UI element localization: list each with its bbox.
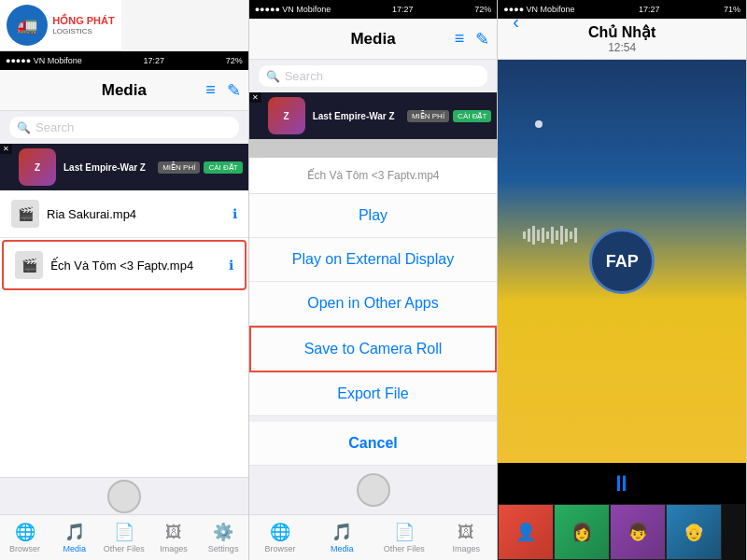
- file-name-1: Ria Sakurai.mp4: [47, 207, 225, 221]
- back-btn-3[interactable]: ‹: [513, 11, 519, 33]
- settings-icon-1: ⚙️: [213, 522, 233, 542]
- search-wrap-2[interactable]: 🔍 Search: [259, 65, 488, 87]
- video-controls[interactable]: ⏸: [498, 463, 746, 504]
- file-info-1[interactable]: ℹ: [233, 206, 237, 221]
- search-bar-2: 🔍 Search: [249, 60, 498, 92]
- status-bar-2: ●●●●● VN Mobifone 17:27 72%: [249, 0, 498, 19]
- status-bar-1: ●●●●● VN Mobifone 17:27 72%: [0, 51, 248, 70]
- ad-install-1[interactable]: CÀI ĐẶT: [204, 161, 242, 174]
- ad-close-2[interactable]: ✕: [249, 92, 261, 103]
- media-label-1: Media: [63, 544, 86, 553]
- tab-browser-1[interactable]: 🌐 Browser: [0, 522, 49, 553]
- action-btn-cancel[interactable]: Cancel: [249, 416, 498, 466]
- images-icon-1: 🖼: [165, 523, 182, 542]
- otherfiles-icon-1: 📄: [114, 522, 134, 542]
- logo-circle: 🚛: [7, 5, 48, 46]
- thumb-1[interactable]: 👤: [498, 504, 554, 560]
- status-left-1: ●●●●● VN Mobifone: [6, 56, 82, 65]
- thumb-2[interactable]: 👩: [554, 504, 610, 560]
- otherfiles-label-2: Other Files: [384, 544, 425, 553]
- otherfiles-icon-2: 📄: [394, 522, 415, 542]
- browser-icon-2: 🌐: [270, 522, 290, 542]
- logo-name: HỒNG PHÁT: [52, 15, 114, 27]
- ad-install-2[interactable]: CÀI ĐẶT: [453, 110, 491, 122]
- file-info-2[interactable]: ℹ: [229, 258, 233, 273]
- thumb-icon-1: 👤: [515, 522, 536, 542]
- ad-game-icon-2: Z: [268, 97, 305, 134]
- thumb-icon-2: 👩: [571, 522, 592, 542]
- search-icon-1: 🔍: [17, 121, 31, 134]
- logo-text: HỒNG PHÁT LOGISTICS: [52, 15, 114, 35]
- browser-icon-1: 🌐: [15, 522, 35, 542]
- nav-title-2: Media: [350, 30, 395, 49]
- logo-area: 🚛 HỒNG PHÁT LOGISTICS: [0, 0, 121, 51]
- ad-banner-1: ✕ Z Last Empire-War Z MIỄN PHÍ CÀI ĐẶT: [0, 144, 248, 190]
- media-label-2: Media: [331, 544, 354, 553]
- images-label-1: Images: [160, 544, 188, 553]
- video-main[interactable]: FAP: [498, 60, 746, 463]
- ad-buttons-1: MIỄN PHÍ CÀI ĐẶT: [158, 161, 242, 174]
- status-right-1: 72%: [226, 56, 243, 65]
- panel3-clock: 12:54: [608, 41, 636, 54]
- thumb-icon-3: 👦: [627, 522, 648, 542]
- ad-title-2: Last Empire-War Z: [313, 111, 395, 121]
- file-icon-2: 🎬: [15, 251, 43, 279]
- ad-free-2[interactable]: MIỄN PHÍ: [407, 110, 449, 122]
- pause-btn[interactable]: ⏸: [611, 470, 633, 497]
- search-icon-2: 🔍: [266, 70, 280, 83]
- thumb-icon-4: 👴: [684, 522, 704, 542]
- tab-otherfiles-1[interactable]: 📄 Other Files: [99, 522, 148, 553]
- home-btn-1[interactable]: [107, 480, 141, 513]
- nav-bar-2: Media ≡ ✎: [249, 19, 498, 60]
- file-list-1: 🎬 Ria Sakurai.mp4 ℹ 🎬 Ếch Và Tôm <3 Fapt…: [0, 190, 248, 477]
- file-item-2-selected[interactable]: 🎬 Ếch Và Tôm <3 Faptv.mp4 ℹ: [2, 240, 247, 290]
- ad-close-1[interactable]: ✕: [0, 144, 12, 154]
- search-bar-1: 🔍 Search: [0, 111, 248, 144]
- phone-panel-1: 🚛 HỒNG PHÁT LOGISTICS ●●●●● VN Mobifone …: [0, 0, 249, 560]
- action-sheet-overlay: Ếch Và Tôm <3 Faptv.mp4 Play Play on Ext…: [249, 139, 498, 514]
- otherfiles-label-1: Other Files: [104, 544, 145, 553]
- edit-icon[interactable]: ✎: [227, 80, 241, 101]
- action-btn-export[interactable]: Export File: [249, 372, 498, 416]
- ad-text-2: Last Empire-War Z: [313, 111, 395, 121]
- time-1: 17:27: [143, 56, 164, 65]
- tab-otherfiles-2[interactable]: 📄 Other Files: [374, 522, 435, 553]
- tab-settings-1[interactable]: ⚙️ Settings: [199, 522, 248, 553]
- battery-3: 71%: [724, 5, 740, 14]
- carrier-1: ●●●●● VN Mobifone: [6, 56, 82, 65]
- playlist-icon-2[interactable]: ≡: [455, 29, 465, 49]
- home-indicator-1: [0, 477, 248, 514]
- search-wrap-1[interactable]: 🔍 Search: [9, 117, 239, 138]
- playlist-icon[interactable]: ≡: [205, 80, 216, 101]
- file-item-1[interactable]: 🎬 Ria Sakurai.mp4 ℹ: [0, 190, 248, 238]
- logo-truck-icon: 🚛: [17, 15, 37, 35]
- action-sheet-title: Ếch Và Tôm <3 Faptv.mp4: [249, 158, 498, 194]
- browser-label-1: Browser: [9, 544, 40, 553]
- ad-title-1: Last Empire-War Z: [63, 162, 146, 173]
- thumb-4[interactable]: 👴: [666, 504, 722, 560]
- tab-media-2[interactable]: 🎵 Media: [311, 522, 373, 553]
- media-icon-2: 🎵: [331, 522, 352, 542]
- tab-images-2[interactable]: 🖼 Images: [435, 523, 497, 553]
- tab-media-1[interactable]: 🎵 Media: [49, 522, 99, 553]
- home-btn-2[interactable]: [357, 473, 390, 507]
- video-player: FAP ⏸ 👤 👩 👦 👴: [498, 60, 746, 560]
- nav-icons-1: ≡ ✎: [205, 80, 241, 101]
- action-btn-external[interactable]: Play on External Display: [249, 238, 498, 282]
- action-btn-save[interactable]: Save to Camera Roll: [249, 326, 498, 372]
- thumb-3[interactable]: 👦: [610, 504, 666, 560]
- images-label-2: Images: [452, 544, 480, 553]
- nav-icons-2: ≡ ✎: [455, 29, 490, 49]
- video-thumbnail-strip: 👤 👩 👦 👴: [498, 504, 746, 560]
- time-3: 17:27: [639, 5, 660, 14]
- action-btn-play[interactable]: Play: [249, 194, 498, 238]
- tab-images-1[interactable]: 🖼 Images: [148, 523, 198, 553]
- tab-browser-2[interactable]: 🌐 Browser: [249, 522, 311, 553]
- action-sheet-bottom: [249, 466, 498, 514]
- phone-panel-2: ●●●●● VN Mobifone 17:27 72% Media ≡ ✎ 🔍 …: [249, 0, 499, 560]
- edit-icon-2[interactable]: ✎: [475, 29, 489, 49]
- action-btn-open[interactable]: Open in Other Apps: [249, 282, 498, 326]
- ad-free-1[interactable]: MIỄN PHÍ: [158, 161, 200, 174]
- tab-bar-1: 🌐 Browser 🎵 Media 📄 Other Files 🖼 Images…: [0, 514, 248, 560]
- status-bar-3: ●●●● VN Mobifone 17:27 71%: [498, 0, 746, 19]
